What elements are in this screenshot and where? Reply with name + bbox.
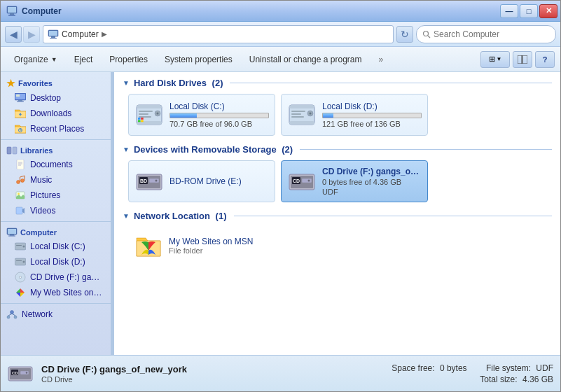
drive-f-fs: UDF [322, 188, 422, 196]
sidebar-item-downloads[interactable]: Downloads [1, 106, 111, 121]
sidebar-item-desktop[interactable]: Desktop [1, 90, 111, 106]
removable-header: ▼ Devices with Removable Storage (2) [123, 144, 552, 155]
properties-button[interactable]: Properties [102, 50, 155, 69]
hard-disk-header: ▼ Hard Disk Drives (2) [123, 78, 552, 88]
svg-point-37 [23, 246, 25, 248]
sidebar-item-network[interactable]: Network [1, 307, 111, 322]
svg-rect-14 [18, 100, 22, 102]
system-properties-button[interactable]: System properties [157, 50, 240, 69]
drive-f-icon: CD [287, 167, 317, 196]
network-msn-item[interactable]: My Web Sites on MSN File folder [128, 227, 303, 265]
svg-rect-67 [291, 111, 305, 112]
eject-button[interactable]: Eject [67, 50, 101, 69]
view-arrow: ▼ [497, 56, 502, 62]
back-button[interactable]: ◀ [5, 26, 22, 43]
view-icon: ⊞ [489, 55, 495, 64]
drive-d-space: 121 GB free of 136 GB [322, 120, 422, 128]
drive-e[interactable]: BD BD-ROM Drive (E:) [128, 160, 275, 202]
drive-f-space: 0 bytes free of 4.36 GB [322, 178, 422, 186]
computer-path-icon [48, 29, 59, 40]
msn-info: My Web Sites on MSN File folder [169, 237, 253, 255]
uninstall-button[interactable]: Uninstall or change a program [242, 50, 370, 69]
sidebar-section-network: Network [1, 307, 111, 322]
address-computer-label: Computer [62, 29, 99, 39]
svg-point-81 [308, 180, 310, 182]
search-input[interactable] [434, 29, 550, 39]
sidebar-item-music[interactable]: Music [1, 172, 111, 188]
divider-3 [1, 303, 111, 304]
svg-text:CD: CD [12, 371, 18, 375]
divider-2 [1, 221, 111, 222]
drive-d-info: Local Disk (D:) 121 GB free of 136 GB [322, 102, 422, 128]
drive-f[interactable]: CD CD Drive (F:) gangs_of_new_york 0 byt… [281, 160, 428, 202]
sidebar-item-local-d[interactable]: Local Disk (D:) [1, 254, 111, 270]
pictures-icon [15, 190, 26, 201]
hard-disk-section: ▼ Hard Disk Drives (2) [123, 78, 552, 136]
address-path-bar[interactable]: Computer ▶ [43, 25, 394, 43]
status-space-free: Space free: 0 bytes File system: UDF [392, 363, 553, 373]
svg-rect-23 [17, 160, 24, 169]
svg-rect-31 [16, 207, 22, 214]
drive-d-name: Local Disk (D:) [322, 102, 422, 111]
hard-disk-title: Hard Disk Drives (2) [134, 78, 223, 88]
computer-sidebar-icon [6, 227, 18, 237]
msn-folder-icon [134, 231, 163, 260]
sidebar-favorites-header: ★ Favorites [1, 75, 111, 90]
sidebar-item-videos[interactable]: Videos [1, 203, 111, 218]
status-fs-label: File system: UDF [486, 363, 553, 373]
search-icon [422, 30, 431, 38]
drive-e-icon: BD [134, 167, 164, 196]
svg-rect-2 [10, 13, 14, 15]
hdd-section-arrow: ▼ [123, 79, 130, 87]
hard-drives-grid: Local Disk (C:) 70.7 GB free of 96.0 GB [123, 94, 552, 136]
drive-c[interactable]: Local Disk (C:) 70.7 GB free of 96.0 GB [128, 94, 275, 136]
sidebar-item-pictures[interactable]: Pictures [1, 188, 111, 203]
sidebar-item-documents[interactable]: Documents [1, 157, 111, 172]
title-text: Computer [22, 6, 62, 16]
sidebar-item-local-c[interactable]: Local Disk (C:) [1, 239, 111, 254]
hdd-c-icon [15, 241, 26, 252]
svg-point-40 [23, 261, 25, 263]
svg-rect-58 [138, 118, 141, 120]
svg-rect-61 [141, 120, 144, 122]
preview-pane-button[interactable] [513, 51, 532, 68]
svg-rect-51 [137, 105, 162, 108]
status-drive-icon: CD [8, 361, 33, 386]
svg-rect-7 [50, 38, 57, 38]
drive-d[interactable]: Local Disk (D:) 121 GB free of 136 GB [281, 94, 428, 136]
removable-drives-grid: BD BD-ROM Drive (E:) [123, 160, 552, 202]
view-dropdown-button[interactable]: ⊞ ▼ [480, 51, 510, 68]
network-section: ▼ Network Location (1) [123, 211, 552, 265]
svg-point-46 [7, 316, 10, 318]
msn-name: My Web Sites on MSN [169, 237, 253, 246]
refresh-button[interactable]: ↻ [396, 26, 413, 43]
status-drive-type: CD Drive [41, 375, 187, 384]
sidebar-section-libraries: Libraries Documents [1, 143, 111, 218]
search-box[interactable] [416, 25, 556, 43]
recent-places-icon [15, 123, 26, 134]
divider-1 [1, 139, 111, 140]
address-arrow: ▶ [102, 30, 107, 38]
close-button[interactable]: ✕ [539, 4, 557, 18]
status-drive-name: CD Drive (F:) gangs_of_new_york [41, 364, 187, 374]
minimize-button[interactable]: — [500, 4, 518, 18]
svg-rect-86 [20, 371, 29, 374]
sidebar-item-recent[interactable]: Recent Places [1, 121, 111, 136]
sidebar: ★ Favorites Desktop [1, 72, 111, 355]
organize-button[interactable]: Organize ▼ [6, 50, 65, 69]
help-button[interactable]: ? [535, 51, 555, 68]
organize-arrow: ▼ [51, 56, 57, 63]
maximize-button[interactable]: □ [520, 4, 538, 18]
refresh-icon: ↻ [401, 29, 409, 40]
nav-buttons: ◀ ▶ [5, 26, 40, 43]
removable-section-line [300, 149, 552, 150]
forward-button[interactable]: ▶ [23, 26, 40, 43]
sidebar-item-cd-f[interactable]: CD Drive (F:) ga… [1, 270, 111, 285]
more-button[interactable]: » [370, 50, 391, 69]
sidebar-item-msn[interactable]: My Web Sites on… [1, 285, 111, 300]
removable-arrow: ▼ [123, 146, 130, 153]
svg-point-87 [26, 372, 27, 373]
network-title: Network Location (1) [134, 211, 227, 221]
libraries-icon [6, 146, 18, 155]
drive-c-info: Local Disk (C:) 70.7 GB free of 96.0 GB [169, 102, 269, 128]
